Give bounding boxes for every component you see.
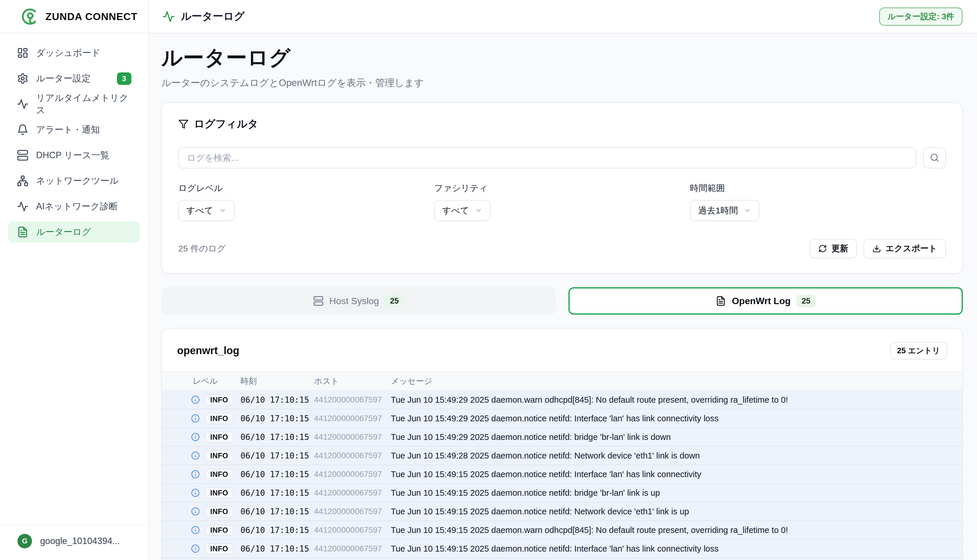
page-title: ルーターログ: [162, 44, 963, 72]
level-cell: INFO: [162, 525, 240, 536]
log-search-input[interactable]: [178, 147, 916, 168]
log-row[interactable]: INFO06/10 17:10:15441200000067597Tue Jun…: [162, 409, 962, 428]
entries-count-badge: 25 エントリ: [890, 342, 947, 359]
gear-icon: [17, 73, 28, 84]
sidebar-item-label: ルーターログ: [36, 226, 91, 238]
host-cell: 441200000067597: [314, 525, 391, 535]
log-row[interactable]: INFO06/10 17:10:15441200000067597Tue Jun…: [162, 465, 962, 484]
sidebar-item-ai-network-diagnosis[interactable]: AIネットワーク診断: [8, 196, 140, 217]
sidebar-item-alerts[interactable]: アラート・通知: [8, 119, 140, 140]
activity-icon: [162, 10, 175, 23]
filter-field-label: 時間範囲: [690, 182, 946, 194]
level-cell: INFO: [162, 432, 240, 443]
network-icon: [17, 175, 28, 187]
filters-row: ログレベルすべてファシリティすべて時間範囲過去1時間: [178, 182, 946, 221]
server-icon: [17, 150, 28, 161]
log-level-select[interactable]: すべて: [178, 200, 235, 221]
log-row[interactable]: INFO06/10 17:10:15441200000067597Tue Jun…: [162, 447, 962, 465]
info-icon: [191, 488, 200, 497]
file-text-icon: [17, 226, 28, 238]
host-cell: 441200000067597: [314, 544, 391, 553]
message-cell: Tue Jun 10 15:49:15 2025 daemon.notice n…: [391, 488, 962, 498]
chevron-down-icon: [744, 207, 751, 214]
sidebar-item-dashboard[interactable]: ダッシュボード: [8, 42, 140, 64]
message-cell: Tue Jun 10 15:49:28 2025 daemon.notice n…: [391, 451, 962, 460]
tab-host-syslog[interactable]: Host Syslog25: [162, 287, 556, 315]
filter-heading: ログフィルタ: [194, 117, 258, 131]
log-row[interactable]: INFO06/10 17:10:15441200000067597Tue Jun…: [162, 558, 962, 560]
tab-openwrt-log[interactable]: OpenWrt Log25: [569, 287, 963, 315]
info-icon: [191, 507, 200, 516]
level-cell: INFO: [162, 506, 240, 517]
host-cell: 441200000067597: [314, 507, 391, 516]
sidebar-nav: ダッシュボードルーター設定3リアルタイムメトリクスアラート・通知DHCP リース…: [0, 33, 148, 525]
topbar-title: ルーターログ: [162, 9, 245, 23]
export-button[interactable]: エクスポート: [864, 239, 946, 258]
topbar-title-text: ルーターログ: [181, 9, 245, 23]
selected-value: すべて: [442, 205, 469, 217]
log-row[interactable]: INFO06/10 17:10:15441200000067597Tue Jun…: [162, 502, 962, 521]
refresh-label: 更新: [832, 243, 849, 254]
message-cell: Tue Jun 10 15:49:15 2025 daemon.notice n…: [391, 544, 962, 553]
filter-field-label: ファシリティ: [434, 182, 690, 194]
time-cell: 06/10 17:10:15: [240, 507, 314, 517]
sidebar-item-label: DHCP リース一覧: [36, 149, 109, 162]
sidebar-item-label: アラート・通知: [36, 123, 100, 136]
sidebar-item-label: ダッシュボード: [36, 47, 100, 59]
sidebar-item-router-log[interactable]: ルーターログ: [8, 221, 140, 243]
sidebar-item-dhcp-leases[interactable]: DHCP リース一覧: [8, 145, 140, 166]
time-cell: 06/10 17:10:15: [240, 414, 314, 423]
sidebar-item-label: ネットワークツール: [36, 175, 118, 187]
sidebar-item-label: リアルタイムメトリクス: [36, 92, 132, 116]
info-icon: [191, 433, 200, 442]
info-icon: [191, 414, 200, 423]
sidebar-item-count-badge: 3: [117, 72, 132, 85]
info-icon: [191, 395, 200, 404]
log-count-text: 25 件のログ: [178, 243, 226, 255]
avatar: G: [17, 534, 32, 548]
search-button[interactable]: [923, 147, 946, 168]
main-column: ルーターログ ルーター設定: 3件 ルーターログ ルーターのシステムログとOpe…: [149, 0, 977, 560]
level-badge: INFO: [205, 413, 233, 424]
facility-select[interactable]: すべて: [434, 200, 490, 221]
sidebar-item-realtime-metrics[interactable]: リアルタイムメトリクス: [8, 93, 140, 115]
filter-field: 時間範囲過去1時間: [690, 182, 946, 221]
log-row[interactable]: INFO06/10 17:10:15441200000067597Tue Jun…: [162, 484, 962, 502]
message-cell: Tue Jun 10 15:49:15 2025 daemon.notice n…: [391, 470, 962, 479]
column-header-message: メッセージ: [391, 376, 962, 387]
sidebar-item-router-settings[interactable]: ルーター設定3: [8, 68, 140, 89]
log-row[interactable]: INFO06/10 17:10:15441200000067597Tue Jun…: [162, 391, 962, 409]
search-icon: [930, 153, 939, 163]
download-icon: [872, 244, 881, 253]
column-header-time: 時刻: [240, 376, 314, 387]
message-cell: Tue Jun 10 15:49:29 2025 daemon.notice n…: [391, 432, 962, 442]
log-row[interactable]: INFO06/10 17:10:15441200000067597Tue Jun…: [162, 540, 962, 558]
info-icon: [191, 451, 200, 460]
tab-count-badge: 25: [385, 295, 404, 307]
host-cell: 441200000067597: [314, 395, 391, 405]
log-row[interactable]: INFO06/10 17:10:15441200000067597Tue Jun…: [162, 428, 962, 447]
info-icon: [191, 470, 200, 478]
table-body: INFO06/10 17:10:15441200000067597Tue Jun…: [162, 391, 962, 560]
user-profile[interactable]: G google_10104394...: [0, 525, 148, 560]
level-badge: INFO: [205, 506, 233, 517]
bell-icon: [17, 124, 28, 135]
activity-icon: [17, 98, 28, 110]
filter-heading-row: ログフィルタ: [178, 117, 946, 131]
log-row[interactable]: INFO06/10 17:10:15441200000067597Tue Jun…: [162, 521, 962, 540]
filter-field: ログレベルすべて: [178, 182, 434, 221]
search-row: [178, 147, 946, 168]
chevron-down-icon: [219, 207, 227, 214]
time-cell: 06/10 17:10:15: [240, 470, 314, 479]
column-header-level: レベル: [162, 376, 240, 387]
sidebar-item-network-tools[interactable]: ネットワークツール: [8, 170, 140, 192]
host-cell: 441200000067597: [314, 470, 391, 479]
log-source-tabs: Host Syslog25OpenWrt Log25: [162, 287, 963, 315]
table-head: openwrt_log 25 エントリ: [162, 328, 962, 372]
app: ZUNDA CONNECT ダッシュボードルーター設定3リアルタイムメトリクスア…: [0, 0, 977, 560]
table-header-row: レベル 時刻 ホスト メッセージ: [162, 372, 962, 391]
level-badge: INFO: [205, 432, 233, 443]
refresh-button[interactable]: 更新: [810, 239, 857, 258]
chevron-down-icon: [475, 207, 482, 214]
time-range-select[interactable]: 過去1時間: [690, 200, 760, 221]
